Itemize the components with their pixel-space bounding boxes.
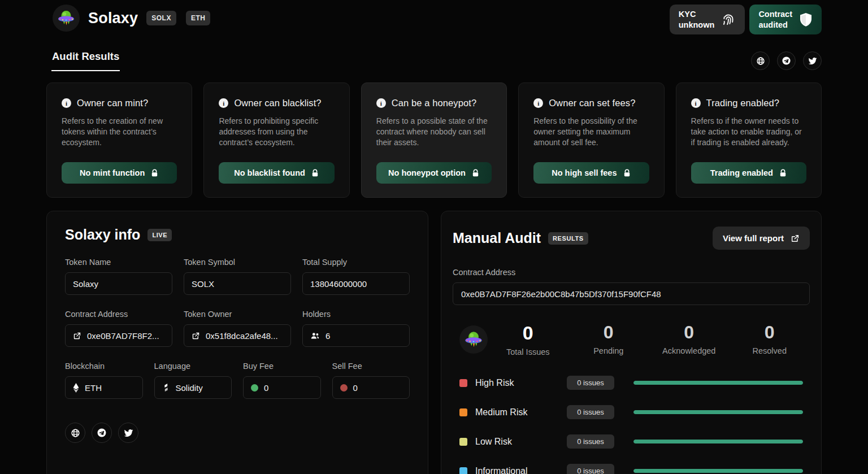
ufo-logo-icon bbox=[55, 7, 77, 29]
token-symbol-field: Token Symbol SOLX bbox=[184, 258, 291, 295]
card-owner-can-blacklist: i Owner can blacklist? Refers to prohibi… bbox=[203, 82, 349, 198]
stat-pending: 0 Pending bbox=[568, 322, 649, 356]
token-avatar bbox=[459, 325, 488, 354]
token-owner-field: Token Owner 0x51f8dca2afe48... bbox=[184, 310, 291, 347]
token-name-label: Token Name bbox=[65, 258, 172, 267]
buy-fee-value: 0 bbox=[243, 376, 321, 399]
language-label: Language bbox=[154, 362, 232, 371]
view-full-report-label: View full report bbox=[723, 233, 784, 243]
top-bar: Solaxy SOLX ETH KYC unknown Contrac bbox=[46, 0, 822, 34]
live-badge: LIVE bbox=[147, 229, 172, 241]
manual-audit-panel: Manual Audit RESULTS View full report Co… bbox=[441, 211, 822, 474]
contract-address-link[interactable]: 0xe0B7AD7F8F2... bbox=[65, 324, 172, 347]
high-risk-color-icon bbox=[459, 379, 467, 387]
blacklist-result-label: No blacklist found bbox=[234, 168, 305, 177]
view-full-report-button[interactable]: View full report bbox=[713, 227, 810, 250]
card-owner-can-set-fees: i Owner can set fees? Refers to the poss… bbox=[518, 82, 664, 198]
token-symbol-badge: SOLX bbox=[146, 11, 176, 25]
language-value: Solidity bbox=[154, 376, 232, 399]
mint-result-button[interactable]: No mint function bbox=[62, 162, 177, 184]
token-symbol-label: Token Symbol bbox=[184, 258, 291, 267]
risk-row-high: High Risk 0 issues bbox=[459, 376, 803, 390]
ufo-logo-icon bbox=[462, 328, 485, 351]
total-supply-label: Total Supply bbox=[302, 258, 410, 267]
card-description: Refers to prohibiting specific addresses… bbox=[219, 116, 334, 149]
sell-fee-value: 0 bbox=[332, 376, 410, 399]
users-icon bbox=[310, 332, 320, 340]
telegram-link[interactable] bbox=[92, 423, 112, 443]
card-description: Refers to a possible state of the contra… bbox=[376, 116, 492, 149]
holders-field: Holders 6 bbox=[302, 310, 410, 347]
header-social-links bbox=[751, 51, 822, 71]
red-dot-icon bbox=[340, 384, 348, 392]
contract-address-label: Contract Address bbox=[65, 310, 172, 319]
stat-resolved: 0 Resolved bbox=[730, 322, 810, 356]
audit-feature-cards: i Owner can mint? Refers to the creation… bbox=[46, 82, 822, 198]
external-link-icon bbox=[73, 332, 81, 340]
card-trading-enabled: i Trading enabled? Refers to if the owne… bbox=[676, 82, 822, 198]
info-icon: i bbox=[219, 98, 228, 108]
card-description: Refers to the possibility of the owner s… bbox=[533, 116, 649, 149]
telegram-icon bbox=[97, 428, 107, 438]
website-link[interactable] bbox=[65, 423, 85, 443]
results-badge: RESULTS bbox=[548, 232, 588, 245]
mint-result-label: No mint function bbox=[80, 168, 145, 177]
high-risk-issues-badge: 0 issues bbox=[567, 376, 614, 390]
card-title: Trading enabled? bbox=[706, 98, 779, 108]
low-risk-issues-badge: 0 issues bbox=[567, 434, 614, 449]
holders-value: 6 bbox=[302, 324, 410, 347]
token-logo bbox=[53, 5, 80, 32]
medium-risk-progress-bar bbox=[633, 410, 803, 414]
contract-address-field: Contract Address 0xe0B7AD7F8F2... bbox=[65, 310, 172, 347]
blockchain-label: Blockchain bbox=[65, 362, 143, 371]
info-icon: i bbox=[691, 98, 701, 108]
fees-result-button[interactable]: No high sell fees bbox=[533, 162, 649, 184]
green-dot-icon bbox=[251, 384, 258, 392]
info-icon: i bbox=[533, 98, 543, 108]
globe-icon bbox=[71, 428, 80, 438]
token-name-value: Solaxy bbox=[65, 272, 172, 295]
risk-row-low: Low Risk 0 issues bbox=[459, 434, 803, 449]
twitter-link[interactable] bbox=[118, 423, 138, 443]
twitter-link[interactable] bbox=[803, 51, 822, 70]
audit-contract-address-value: 0xe0B7AD7F8F26e2b00C8b47b5Df370f15F90fCF… bbox=[453, 282, 810, 305]
lock-icon bbox=[311, 169, 319, 177]
card-title: Owner can mint? bbox=[77, 98, 148, 108]
low-risk-color-icon bbox=[459, 438, 467, 446]
card-title: Owner can blacklist? bbox=[234, 98, 321, 108]
blockchain-field: Blockchain ETH bbox=[65, 362, 143, 399]
card-title: Owner can set fees? bbox=[549, 98, 635, 108]
website-link[interactable] bbox=[751, 51, 770, 70]
contract-audited-button[interactable]: Contract audited bbox=[749, 5, 822, 34]
token-owner-link[interactable]: 0x51f8dca2afe48... bbox=[184, 324, 291, 347]
informational-color-icon bbox=[459, 467, 467, 474]
tab-row: Audit Results bbox=[46, 50, 822, 71]
external-link-icon bbox=[192, 332, 200, 340]
fingerprint-icon bbox=[721, 12, 736, 27]
token-name-field: Token Name Solaxy bbox=[65, 258, 172, 295]
honeypot-result-button[interactable]: No honeypot option bbox=[376, 162, 492, 184]
solidity-icon bbox=[162, 383, 170, 392]
info-icon: i bbox=[62, 98, 71, 108]
low-risk-progress-bar bbox=[633, 440, 803, 443]
token-symbol-value: SOLX bbox=[184, 272, 291, 295]
card-description: Refers to if the owner needs to take act… bbox=[691, 116, 806, 149]
risk-row-medium: Medium Risk 0 issues bbox=[459, 405, 803, 419]
medium-risk-issues-badge: 0 issues bbox=[567, 405, 614, 419]
tab-audit-results[interactable]: Audit Results bbox=[51, 50, 120, 71]
shield-icon bbox=[799, 12, 813, 27]
kyc-status-button[interactable]: KYC unknown bbox=[670, 5, 745, 34]
blacklist-result-button[interactable]: No blacklist found bbox=[219, 162, 334, 184]
token-brand: Solaxy SOLX ETH bbox=[46, 5, 210, 32]
trading-result-button[interactable]: Trading enabled bbox=[691, 162, 806, 184]
lock-icon bbox=[623, 169, 631, 177]
telegram-link[interactable] bbox=[777, 51, 796, 70]
informational-issues-badge: 0 issues bbox=[567, 464, 614, 474]
honeypot-result-label: No honeypot option bbox=[388, 168, 466, 177]
total-supply-value: 138046000000 bbox=[302, 272, 410, 295]
card-owner-can-mint: i Owner can mint? Refers to the creation… bbox=[46, 82, 192, 198]
card-title: Can be a honeypot? bbox=[392, 98, 476, 108]
token-info-panel: Solaxy info LIVE Token Name Solaxy Token… bbox=[46, 211, 428, 474]
telegram-icon bbox=[782, 56, 791, 66]
external-link-icon bbox=[791, 234, 800, 243]
